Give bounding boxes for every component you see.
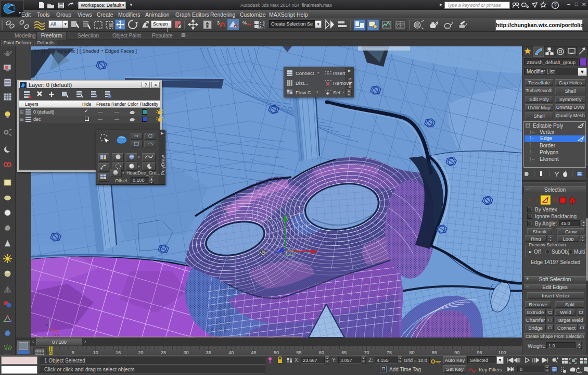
svg-text:{…}: {…} [256,20,265,26]
svg-text:3: 3 [217,20,220,26]
svg-text:45: 45 [251,350,257,355]
svg-text:%: % [242,20,247,26]
svg-text:90: 90 [454,350,459,355]
svg-text:25: 25 [161,350,166,355]
svg-text:70: 70 [364,350,369,355]
svg-text:85: 85 [432,350,437,355]
svg-text:100: 100 [498,350,506,355]
svg-text:5: 5 [72,350,74,355]
svg-text:75: 75 [387,350,392,355]
svg-text:0: 0 [49,350,52,355]
svg-text:40: 40 [228,350,234,355]
svg-text:60: 60 [319,350,324,355]
svg-text:ABC: ABC [257,27,264,30]
svg-text:80: 80 [409,350,414,355]
svg-text:Key Filters...: Key Filters... [479,367,506,372]
svg-text:z: z [46,322,48,327]
svg-text:[ + ] [ Orthographic ] [ Shade: [ + ] [ Orthographic ] [ Shaded + Edged … [34,48,137,54]
svg-text:95: 95 [477,350,482,355]
svg-text:65: 65 [341,350,347,355]
svg-text:50: 50 [274,350,279,355]
svg-text:30: 30 [183,350,188,355]
svg-text:?: ? [554,3,557,8]
svg-text:15: 15 [116,350,121,355]
svg-text:55: 55 [296,350,301,355]
svg-text:20: 20 [138,350,144,355]
svg-text:10: 10 [93,350,98,355]
svg-text:35: 35 [206,350,211,355]
